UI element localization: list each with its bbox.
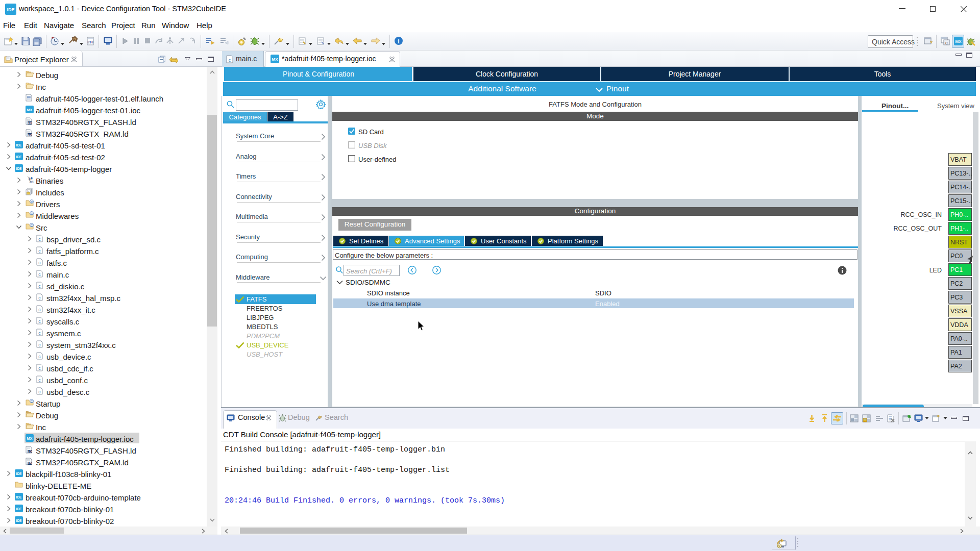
svg-text:MX: MX [27, 436, 32, 441]
svg-text:MX: MX [955, 39, 962, 44]
svg-text:IDE: IDE [16, 519, 22, 522]
svg-text:c: c [38, 237, 41, 242]
svg-text:IDE: IDE [16, 495, 22, 499]
svg-text:01: 01 [30, 180, 34, 184]
svg-text:LD: LD [28, 462, 31, 465]
svg-text:c: c [38, 342, 41, 347]
svg-text:C: C [31, 224, 33, 227]
svg-text:C: C [31, 201, 33, 204]
svg-text:c: c [38, 248, 41, 254]
svg-text:c: c [38, 307, 41, 312]
svg-text:MX: MX [272, 57, 279, 62]
svg-text:🔒: 🔒 [863, 418, 867, 422]
svg-text:c: c [38, 354, 41, 359]
svg-text:IDE: IDE [16, 507, 22, 511]
svg-text:IDE: IDE [16, 155, 22, 159]
svg-text:IDE: IDE [16, 167, 22, 170]
svg-text:h: h [28, 190, 29, 193]
svg-text:c: c [38, 378, 41, 383]
svg-text:c: c [38, 260, 41, 265]
svg-text:C: C [31, 212, 33, 215]
svg-text:c: c [38, 319, 41, 324]
svg-text:c: c [38, 284, 41, 289]
svg-text:c: c [229, 58, 231, 63]
svg-text:c: c [38, 331, 41, 336]
svg-text:LD: LD [28, 121, 31, 124]
svg-text:c: c [38, 295, 41, 300]
svg-text:c: c [38, 272, 41, 277]
svg-text:LD: LD [28, 450, 31, 453]
svg-text:C: C [945, 41, 948, 45]
svg-text:IDE: IDE [16, 472, 22, 475]
svg-text:LD: LD [28, 133, 31, 136]
svg-text:c: c [38, 366, 41, 371]
svg-text:C: C [31, 400, 33, 403]
svg-text:010: 010 [87, 41, 93, 44]
svg-text:IDE: IDE [7, 7, 14, 12]
svg-text:MX: MX [27, 108, 32, 112]
svg-text:IDE: IDE [16, 143, 22, 147]
svg-text:c: c [38, 389, 41, 394]
